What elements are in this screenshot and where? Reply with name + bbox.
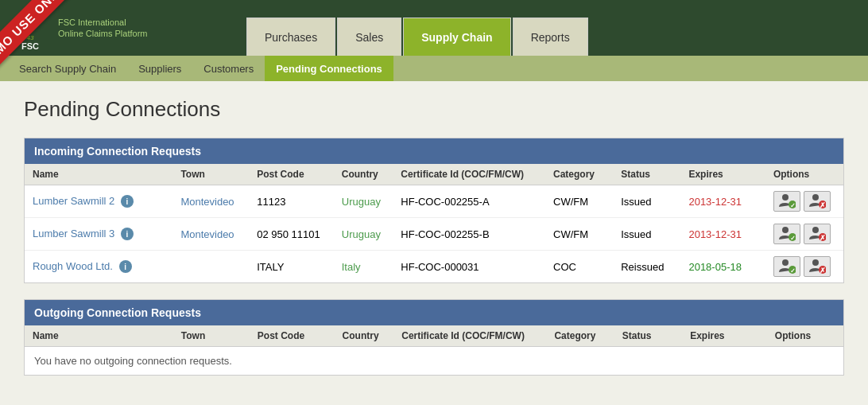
sub-nav-suppliers[interactable]: Suppliers [127, 56, 192, 81]
approve-button-1[interactable]: ✓ [773, 224, 800, 244]
cell-status-0: Issued [613, 185, 680, 218]
fsc-logo-icon: ✓ 43 FSC [8, 6, 52, 50]
out-th-name: Name [25, 325, 173, 347]
cell-cert-0: HF-COC-002255-A [393, 185, 545, 218]
out-th-options: Options [767, 325, 843, 347]
out-th-expires: Expires [682, 325, 767, 347]
svg-text:43: 43 [26, 34, 33, 41]
tab-purchases[interactable]: Purchases [246, 18, 335, 56]
svg-text:✓: ✓ [23, 13, 37, 33]
sub-nav-pending-connections[interactable]: Pending Connections [265, 56, 393, 81]
svg-point-15 [782, 259, 789, 266]
out-th-post-code: Post Code [250, 325, 335, 347]
cell-cert-1: HF-COC-002255-B [393, 218, 545, 251]
logo-text: FSC International Online Claims Platform [58, 17, 147, 40]
approve-button-0[interactable]: ✓ [773, 191, 800, 212]
page-title: Pending Connections [24, 97, 844, 122]
svg-text:✗: ✗ [820, 234, 826, 242]
sub-nav: Search Supply Chain Suppliers Customers … [0, 56, 868, 81]
logo-area: ✓ 43 FSC FSC International Online Claims… [0, 0, 246, 56]
out-th-country: Country [335, 325, 394, 347]
out-th-status: Status [614, 325, 682, 347]
cell-expires-2: 2018-05-18 [680, 251, 765, 283]
out-th-certificate-id: Certificate Id (COC/FM/CW) [393, 325, 546, 347]
cell-expires-0: 2013-12-31 [680, 185, 765, 218]
cell-name-1: Lumber Sawmill 3 i [25, 218, 172, 251]
cell-category-1: CW/FM [545, 218, 613, 251]
out-th-town: Town [173, 325, 250, 347]
info-icon-1[interactable]: i [121, 228, 134, 240]
cell-category-0: CW/FM [545, 185, 613, 218]
th-country: Country [334, 164, 393, 185]
th-category: Category [545, 164, 613, 185]
cell-postcode-1: 02 950 11101 [249, 218, 334, 251]
th-status: Status [613, 164, 680, 185]
cell-postcode-2: ITALY [249, 251, 334, 283]
name-link-2[interactable]: Rough Wood Ltd. [33, 260, 113, 272]
reject-button-0[interactable]: ✗ [804, 191, 831, 212]
info-icon-2[interactable]: i [119, 260, 132, 273]
svg-text:✓: ✓ [789, 202, 795, 209]
incoming-table: Name Town Post Code Country Certificate … [25, 164, 843, 282]
reject-icon-1: ✗ [808, 226, 826, 242]
tab-sales[interactable]: Sales [337, 18, 401, 56]
svg-text:✗: ✗ [820, 201, 826, 209]
outgoing-requests-section: Outgoing Connection Requests Name Town P… [24, 299, 844, 376]
sub-nav-customers[interactable]: Customers [192, 56, 265, 81]
tab-supply-chain[interactable]: Supply Chain [403, 18, 510, 56]
logo-line1: FSC International [58, 17, 147, 28]
cell-name-2: Rough Wood Ltd. i [25, 251, 172, 283]
cell-town-0: Montevideo [172, 185, 249, 218]
th-expires: Expires [680, 164, 765, 185]
svg-text:✓: ✓ [789, 267, 795, 275]
sub-nav-search-supply-chain[interactable]: Search Supply Chain [8, 56, 127, 81]
svg-point-9 [782, 227, 789, 233]
reject-icon-0: ✗ [808, 193, 826, 209]
cell-country-1: Uruguay [334, 218, 393, 251]
name-link-0[interactable]: Lumber Sawmill 2 [33, 195, 114, 207]
info-icon-0[interactable]: i [121, 195, 134, 208]
outgoing-section-header: Outgoing Connection Requests [25, 300, 843, 325]
country-link-1[interactable]: Uruguay [342, 228, 381, 240]
incoming-requests-section: Incoming Connection Requests Name Town P… [24, 138, 844, 283]
th-certificate-id: Certificate Id (COC/FM/CW) [393, 164, 545, 185]
header: ✓ 43 FSC FSC International Online Claims… [0, 0, 868, 56]
tab-reports[interactable]: Reports [513, 18, 588, 56]
cell-cert-2: HF-COC-000031 [393, 251, 545, 283]
approve-icon-0: ✓ [778, 193, 796, 209]
reject-button-2[interactable]: ✗ [804, 256, 831, 277]
cell-name-0: Lumber Sawmill 2 i [25, 185, 172, 218]
cell-options-0: ✓ ✗ [765, 185, 843, 218]
country-link-0[interactable]: Uruguay [342, 196, 381, 208]
th-post-code: Post Code [249, 164, 334, 185]
out-th-category: Category [546, 325, 614, 347]
cell-town-1: Montevideo [172, 218, 249, 251]
cell-category-2: COC [545, 251, 613, 283]
logo-line2: Online Claims Platform [58, 28, 147, 39]
cell-options-1: ✓ ✗ [765, 218, 843, 251]
cell-options-2: ✓ ✗ [765, 251, 843, 283]
cell-country-0: Uruguay [334, 185, 393, 218]
cell-country-2: Italy [334, 251, 393, 283]
svg-text:✗: ✗ [820, 267, 826, 275]
table-row: Lumber Sawmill 3 i Montevideo 02 950 111… [25, 218, 843, 251]
town-link-0[interactable]: Montevideo [180, 196, 234, 208]
name-link-1[interactable]: Lumber Sawmill 3 [33, 228, 114, 239]
incoming-section-header: Incoming Connection Requests [25, 138, 843, 164]
town-link-1[interactable]: Montevideo [180, 228, 234, 240]
cell-status-1: Issued [613, 218, 680, 251]
svg-text:✓: ✓ [789, 235, 795, 242]
cell-expires-1: 2013-12-31 [680, 218, 765, 251]
reject-button-1[interactable]: ✗ [804, 224, 831, 244]
approve-button-2[interactable]: ✓ [773, 256, 800, 277]
country-link-2[interactable]: Italy [342, 261, 361, 273]
svg-text:FSC: FSC [21, 41, 39, 50]
main-nav: Purchases Sales Supply Chain Reports [246, 0, 590, 56]
approve-icon-2: ✓ [778, 259, 796, 275]
no-outgoing-text: You have no outgoing connection requests… [25, 347, 843, 375]
th-name: Name [25, 164, 172, 185]
logo-box: ✓ 43 FSC FSC International Online Claims… [8, 6, 147, 50]
th-options: Options [765, 164, 843, 185]
cell-postcode-0: 11123 [249, 185, 334, 218]
reject-icon-2: ✗ [808, 259, 826, 275]
